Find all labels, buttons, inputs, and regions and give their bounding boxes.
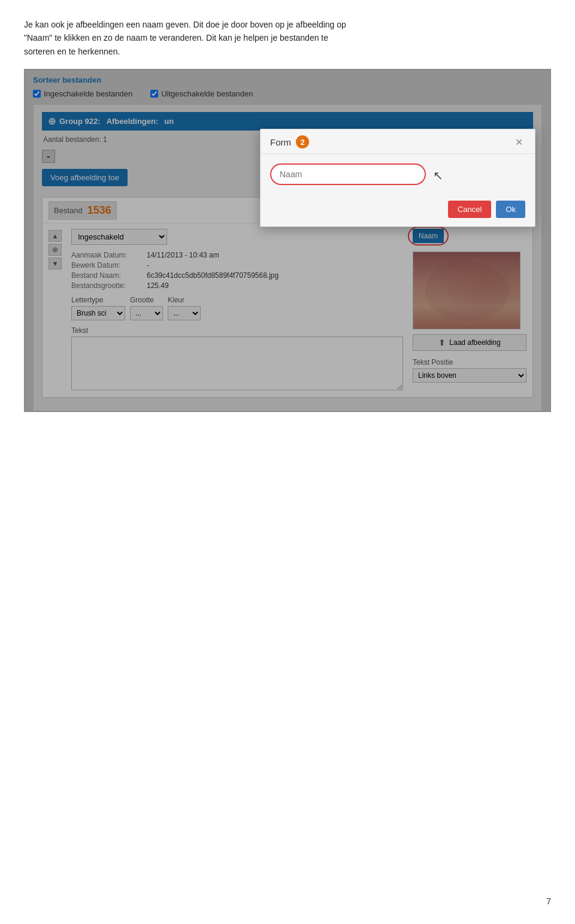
modal-title: Form [270,137,291,147]
modal-step-badge: 2 [296,135,309,149]
modal-footer: Cancel Ok [261,195,535,226]
page-number: 7 [546,896,551,906]
modal-dialog: Form 2 ✕ ↖ Cancel Ok [260,129,535,227]
ok-button[interactable]: Ok [496,201,525,218]
modal-close-button[interactable]: ✕ [513,137,525,148]
modal-header: Form 2 ✕ [261,129,535,154]
modal-naam-input[interactable] [270,163,426,185]
sort-panel-wrapper: Sorteer bestanden Ingeschakelde bestande… [24,69,551,412]
intro-paragraph: Je kan ook je afbeeldingen een naam geve… [24,18,551,58]
modal-overlay [24,69,551,412]
cancel-button[interactable]: Cancel [448,201,491,218]
cursor-icon: ↖ [433,169,443,182]
modal-body: ↖ [261,154,535,195]
